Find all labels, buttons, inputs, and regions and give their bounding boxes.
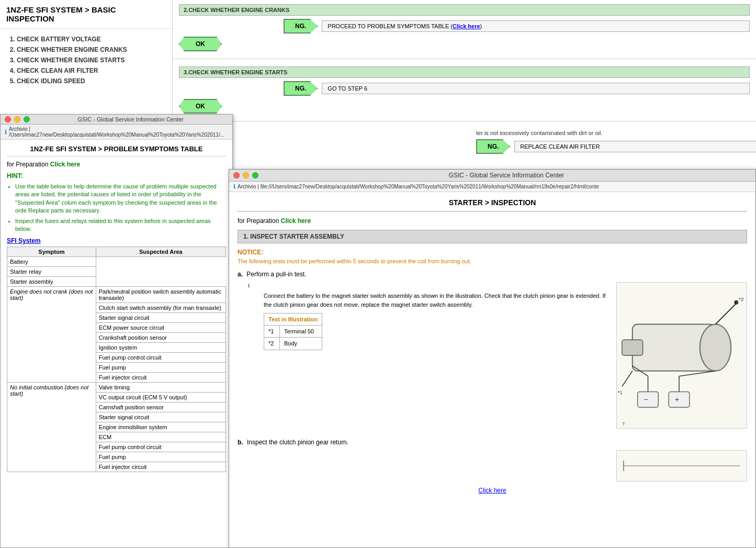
ng-button-2[interactable]: NG. (284, 81, 318, 96)
symptom-cell: No initial combustion (does not start) (7, 383, 96, 472)
symptom-cell: Engine does not crank (does not start) (7, 287, 96, 383)
section-3: 3.CHECK WHETHER ENGINE STARTS NG. GO TO … (173, 62, 756, 121)
svg-rect-2 (622, 340, 643, 355)
area-cell: Starter assembly (7, 277, 96, 287)
step-a-label: a. Perform a pull-in test. (238, 271, 747, 278)
area-cell: VC output circuit (ECM 5 V output) (96, 393, 225, 402)
prep-click-here[interactable]: Click here (50, 161, 80, 168)
minimize-button-mid[interactable] (14, 116, 20, 122)
front-window-title: GSIC - Global Service Information Center (262, 172, 751, 179)
svg-text:T: T (622, 421, 625, 427)
minimize-button-front[interactable] (243, 172, 249, 178)
bottom-link-row: Click here (238, 487, 747, 494)
hint-content: Use the table below to help determine th… (7, 183, 226, 233)
sidebar-nav: CHECK BATTERY VOLTAGE CHECK WHETHER ENGI… (0, 29, 172, 92)
hint-label: HINT: (7, 172, 226, 180)
ng-result-1: PROCEED TO PROBLEM SYMPTOMS TABLE (Click… (322, 20, 750, 32)
bottom-diagram-svg (616, 450, 747, 482)
area-cell: Fuel injector circuit (96, 462, 225, 472)
sidebar-item-4[interactable]: CHECK CLEAN AIR FILTER (17, 65, 166, 76)
info-icon-front: ℹ (233, 183, 235, 190)
close-button-front[interactable] (233, 172, 240, 178)
col-symptom: Symptom (7, 247, 96, 257)
illustration-section: Text in Illustration *1 Terminal 50 *2 B… (264, 313, 606, 350)
step-i-label: i. (248, 282, 606, 288)
area-cell: Park/neutral position switch assembly au… (96, 287, 225, 303)
svg-point-1 (700, 324, 731, 371)
svg-text:+: + (675, 395, 679, 404)
area-cell: Valve timing (96, 383, 225, 393)
illus-ref-2: *2 (264, 338, 280, 350)
svg-point-4 (734, 300, 738, 305)
notice-text: The following tests must be performed wi… (238, 258, 747, 264)
sidebar-title: 1NZ-FE SFI SYSTEM > BASIC INSPECTION (6, 5, 166, 23)
bottom-click-here-link[interactable]: Click here (478, 487, 506, 494)
front-page-title: STARTER > INSPECTION (238, 198, 747, 212)
area-cell: Fuel pump (96, 363, 225, 373)
mid-content-area: 1NZ-FE SFI SYSTEM > PROBLEM SYMPTOMS TAB… (1, 140, 232, 477)
sidebar-item-2[interactable]: CHECK WHETHER ENGINE CRANKS (17, 44, 166, 55)
maximize-button-mid[interactable] (24, 116, 30, 122)
front-prep-line: for Preparation Click here (238, 217, 747, 225)
ng-result-2: GO TO STEP 6 (322, 83, 750, 94)
ng-button-1[interactable]: NG. (284, 19, 318, 33)
front-content-area: STARTER > INSPECTION for Preparation Cli… (229, 192, 755, 541)
maximize-button-front[interactable] (252, 172, 258, 178)
step-b-section: b. Inspect the clutch pinion gear return… (238, 439, 747, 446)
step-i-text: Connect the battery to the magnet starte… (264, 292, 606, 309)
mid-page-title: 1NZ-FE SFI SYSTEM > PROBLEM SYMPTOMS TAB… (7, 145, 226, 156)
sidebar-item-5[interactable]: CHECK IDLING SPEED (17, 76, 166, 86)
area-cell: Fuel pump (96, 452, 225, 462)
ng-button-3[interactable]: NG. (476, 139, 510, 154)
mid-address-text: Archivio | /Users/imac27new/Desktop/acqu… (9, 126, 228, 138)
sidebar-item-3[interactable]: CHECK WHETHER ENGINE STARTS (17, 55, 166, 65)
area-cell: ECM power source circuit (96, 323, 225, 333)
section-3-header: 3.CHECK WHETHER ENGINE STARTS (179, 66, 750, 78)
area-cell: Fuel injector circuit (96, 373, 225, 383)
step-a-body: i. Connect the battery to the magnet sta… (248, 282, 747, 430)
area-cell: Starter relay (7, 267, 96, 277)
section-2-ng-row: NG. PROCEED TO PROBLEM SYMPTOMS TABLE (C… (179, 19, 750, 33)
ok-button-1[interactable]: OK (179, 37, 222, 51)
front-address-text: Archivio | file:///Users/imac27new/Deskt… (238, 184, 599, 189)
front-prep-link[interactable]: Click here (281, 217, 311, 225)
illustration-caption: Text in Illustration (264, 314, 322, 326)
area-cell: Starter signal circuit (96, 412, 225, 422)
area-cell: Camshaft position sensor (96, 402, 225, 412)
sidebar-item-1[interactable]: CHECK BATTERY VOLTAGE (17, 34, 166, 44)
area-cell: Battery (7, 257, 96, 267)
mid-window-title: GSIC - Global Service Information Center (33, 116, 228, 122)
symptoms-table: Symptom Suspected Area BatteryStarter re… (7, 247, 226, 472)
area-cell: Crankshaft position sensor (96, 333, 225, 343)
area-cell: Engine immobiliser system (96, 422, 225, 432)
info-icon-mid: ℹ (5, 129, 7, 136)
clean-air-text: ter is not excessively contaminated with… (476, 130, 756, 136)
svg-text:−: − (644, 395, 648, 404)
hint-item-2: Inspect the fuses and relays related to … (15, 217, 226, 233)
step-a-text: Perform a pull-in test. (246, 271, 306, 278)
svg-line-3 (715, 304, 736, 325)
step-b-label: b. (238, 439, 243, 446)
area-cell: Fuel pump control circuit (96, 353, 225, 363)
close-button-mid[interactable] (5, 116, 11, 122)
svg-text:*2: *2 (739, 296, 744, 302)
ok-button-2[interactable]: OK (179, 99, 222, 114)
front-address-bar: ℹ Archivio | file:///Users/imac27new/Des… (229, 182, 755, 192)
section-2-header: 2.CHECK WHETHER ENGINE CRANKS (179, 4, 750, 16)
mid-address-bar: ℹ Archivio | /Users/imac27new/Desktop/ac… (1, 125, 232, 140)
section-3-ok-row: OK (179, 99, 750, 114)
step-1-bar: 1. INSPECT STARTER ASSEMBLY (238, 230, 747, 243)
area-cell: Fuel pump control circuit (96, 442, 225, 452)
area-cell: Clutch start switch assembly (for man tr… (96, 303, 225, 313)
illus-text-2: Body (280, 338, 322, 350)
prep-label: for Preparation (7, 161, 48, 168)
bottom-diagram-row (238, 450, 747, 482)
illustration-table: Text in Illustration *1 Terminal 50 *2 B… (264, 313, 322, 350)
clean-air-ng-row: NG. REPLACE CLEAN AIR FILTER (476, 139, 756, 154)
hint-item-1: Use the table below to help determine th… (15, 183, 226, 215)
step-b-text: Inspect the clutch pinion gear return. (247, 439, 348, 446)
sidebar-header: 1NZ-FE SFI SYSTEM > BASIC INSPECTION (0, 0, 172, 29)
click-here-link-1[interactable]: Click here (453, 23, 480, 29)
section-2: 2.CHECK WHETHER ENGINE CRANKS NG. PROCEE… (173, 0, 756, 59)
svg-line-15 (679, 371, 715, 376)
